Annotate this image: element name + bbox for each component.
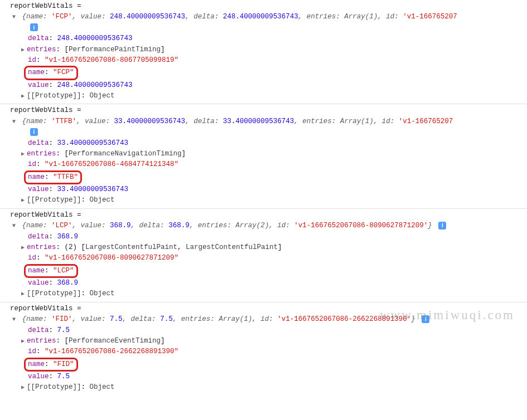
prop-prototype[interactable]: ▶[[Prototype]]: Object bbox=[0, 195, 527, 206]
log-entry: reportWebVitals = ▼ {name: 'FID', value:… bbox=[0, 302, 527, 395]
prop-prototype[interactable]: ▶[[Prototype]]: Object bbox=[0, 91, 527, 101]
func-line: reportWebVitals = bbox=[0, 1, 527, 12]
object-summary[interactable]: ▼ {name: 'FCP', value: 248.4000000953674… bbox=[0, 12, 527, 22]
expand-arrow-icon[interactable]: ▶ bbox=[20, 337, 26, 346]
prop-id: id: "v1-1667652067086-8090627871209" bbox=[0, 253, 527, 263]
info-icon[interactable]: i bbox=[30, 23, 38, 31]
prop-prototype[interactable]: ▶[[Prototype]]: Object bbox=[0, 289, 527, 299]
prop-entries[interactable]: ▶entries: [PerformanceEventTiming] bbox=[0, 336, 527, 346]
prop-value: value: 368.9 bbox=[0, 278, 527, 289]
expand-arrow-icon[interactable]: ▼ bbox=[11, 118, 17, 126]
expand-arrow-icon[interactable]: ▶ bbox=[20, 196, 26, 205]
prop-delta: delta: 7.5 bbox=[0, 325, 527, 336]
expand-arrow-icon[interactable]: ▶ bbox=[20, 243, 26, 252]
prop-value: value: 248.40000009536743 bbox=[0, 80, 527, 91]
log-entry: reportWebVitals = ▼ {name: 'LCP', value:… bbox=[0, 209, 527, 302]
func-line: reportWebVitals = bbox=[0, 105, 527, 116]
expand-arrow-icon[interactable]: ▼ bbox=[11, 13, 17, 22]
object-summary[interactable]: ▼ {name: 'FID', value: 7.5, delta: 7.5, … bbox=[0, 314, 527, 325]
prop-delta: delta: 248.40000009536743 bbox=[0, 33, 527, 44]
expand-arrow-icon[interactable]: ▶ bbox=[20, 92, 26, 101]
info-icon[interactable]: i bbox=[438, 222, 446, 229]
prop-entries[interactable]: ▶entries: [PerformanceNavigationTiming] bbox=[0, 149, 527, 159]
prop-value: value: 33.40000009536743 bbox=[0, 184, 527, 195]
func: reportWebVitals bbox=[10, 106, 73, 114]
func: reportWebVitals bbox=[10, 211, 73, 219]
func: reportWebVitals bbox=[10, 305, 73, 312]
prop-delta: delta: 33.40000009536743 bbox=[0, 138, 527, 149]
prop-name: name: "FID" bbox=[0, 358, 527, 372]
info-line: i bbox=[0, 23, 527, 33]
info-icon[interactable]: i bbox=[422, 315, 429, 323]
expand-arrow-icon[interactable]: ▼ bbox=[11, 222, 17, 231]
prop-name: name: "TTFB" bbox=[0, 170, 527, 184]
prop-entries[interactable]: ▶entries: (2) [LargestContentfulPaint, L… bbox=[0, 242, 527, 253]
prop-id: id: "v1-1667652067086-4684774121348" bbox=[0, 159, 527, 170]
log-entry: reportWebVitals = ▼ {name: 'FCP', value:… bbox=[0, 0, 527, 104]
info-icon[interactable]: i bbox=[30, 128, 38, 136]
func: reportWebVitals bbox=[10, 2, 73, 10]
info-line: i bbox=[0, 127, 527, 138]
prop-value: value: 7.5 bbox=[0, 372, 527, 382]
expand-arrow-icon[interactable]: ▶ bbox=[20, 383, 26, 392]
expand-arrow-icon[interactable]: ▶ bbox=[20, 290, 26, 299]
prop-entries[interactable]: ▶entries: [PerformancePaintTiming] bbox=[0, 45, 527, 55]
prop-name: name: "LCP" bbox=[0, 264, 527, 278]
prop-name: name: "FCP" bbox=[0, 66, 527, 80]
func-line: reportWebVitals = bbox=[0, 210, 527, 221]
func-line: reportWebVitals = bbox=[0, 304, 527, 314]
object-summary[interactable]: ▼ {name: 'LCP', value: 368.9, delta: 368… bbox=[0, 221, 527, 231]
expand-arrow-icon[interactable]: ▼ bbox=[11, 315, 17, 324]
object-summary[interactable]: ▼ {name: 'TTFB', value: 33.4000000953674… bbox=[0, 116, 527, 127]
prop-prototype[interactable]: ▶[[Prototype]]: Object bbox=[0, 382, 527, 393]
prop-id: id: "v1-1667652067086-2662268891390" bbox=[0, 346, 527, 357]
log-entry: reportWebVitals = ▼ {name: 'TTFB', value… bbox=[0, 104, 527, 208]
expand-arrow-icon[interactable]: ▶ bbox=[20, 150, 26, 159]
prop-delta: delta: 368.9 bbox=[0, 232, 527, 242]
prop-id: id: "v1-1667652067086-8067705099819" bbox=[0, 55, 527, 66]
expand-arrow-icon[interactable]: ▶ bbox=[20, 46, 26, 55]
